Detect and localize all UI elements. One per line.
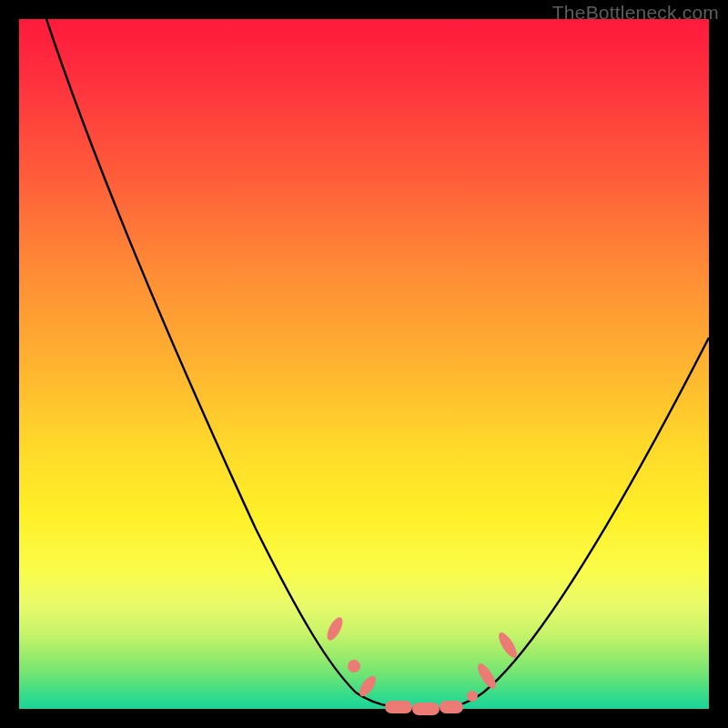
watermark-text: TheBottleneck.com [552, 2, 719, 24]
curve-markers [324, 615, 520, 715]
marker [440, 701, 463, 713]
marker [495, 630, 520, 660]
marker [348, 660, 360, 672]
chart-svg [19, 19, 709, 709]
marker [474, 661, 499, 691]
marker [324, 615, 346, 642]
marker [467, 691, 478, 702]
bottleneck-curve [46, 19, 709, 709]
chart-frame: TheBottleneck.com [0, 0, 728, 728]
marker [385, 701, 412, 713]
marker [412, 703, 440, 715]
